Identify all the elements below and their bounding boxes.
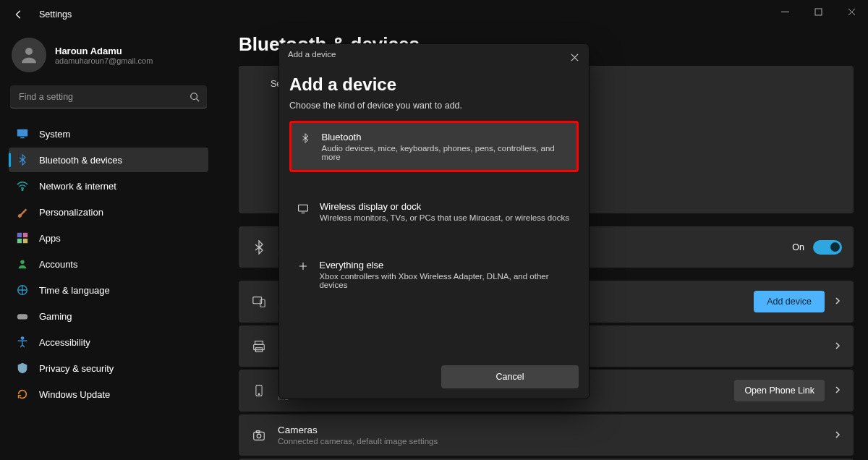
avatar: [12, 38, 46, 72]
option-bluetooth[interactable]: Bluetooth Audio devices, mice, keyboards…: [289, 121, 579, 172]
bluetooth-icon-small: [16, 153, 29, 166]
phone-icon: [250, 382, 268, 399]
add-device-button[interactable]: Add device: [754, 291, 825, 312]
shield-icon: [16, 362, 29, 375]
toggle-label: On: [792, 242, 804, 252]
svg-point-10: [20, 260, 24, 264]
option-wireless-display[interactable]: Wireless display or dock Wireless monito…: [289, 192, 579, 231]
dialog-subtitle: Choose the kind of device you want to ad…: [289, 101, 579, 111]
option-title: Bluetooth: [322, 132, 569, 142]
option-title: Wireless display or dock: [320, 201, 569, 212]
nav-apps[interactable]: Apps: [9, 226, 208, 250]
chevron-right-icon: [833, 429, 842, 442]
brush-icon: [16, 205, 29, 218]
printer-icon: [250, 338, 268, 355]
chevron-right-icon: [833, 340, 842, 353]
add-device-dialog: Add a device Add a device Choose the kin…: [278, 43, 590, 399]
svg-rect-26: [299, 205, 308, 211]
cancel-button[interactable]: Cancel: [441, 365, 579, 388]
svg-rect-8: [17, 239, 22, 243]
svg-rect-21: [254, 432, 265, 440]
nav-label: Accounts: [39, 259, 77, 270]
bluetooth-icon: [250, 239, 268, 256]
nav-accessibility[interactable]: Accessibility: [9, 330, 208, 354]
nav-network[interactable]: Network & internet: [9, 174, 208, 198]
nav-time-language[interactable]: Time & language: [9, 278, 208, 302]
display-icon: [297, 203, 310, 214]
window-controls: [768, 0, 868, 23]
user-icon: [18, 44, 40, 66]
nav-label: Gaming: [39, 311, 72, 322]
camera-icon: [250, 427, 268, 444]
close-icon: [571, 54, 579, 61]
svg-rect-16: [255, 341, 263, 344]
card-title: Cameras: [278, 425, 823, 435]
nav-label: System: [39, 129, 70, 140]
nav-windows-update[interactable]: Windows Update: [9, 382, 208, 406]
option-everything-else[interactable]: Everything else Xbox controllers with Xb…: [289, 251, 579, 298]
option-desc: Wireless monitors, TVs, or PCs that use …: [320, 213, 569, 222]
profile-block[interactable]: Haroun Adamu adamuharoun7@gmail.com: [12, 38, 205, 72]
nav-personalization[interactable]: Personalization: [9, 200, 208, 224]
profile-email: adamuharoun7@gmail.com: [55, 56, 153, 65]
back-arrow-icon: [14, 9, 24, 20]
nav-label: Accessibility: [39, 337, 90, 348]
svg-point-5: [22, 189, 23, 191]
svg-rect-12: [17, 314, 27, 319]
title-bar: Settings: [0, 0, 868, 29]
app-title: Settings: [39, 9, 72, 20]
nav-label: Apps: [39, 233, 61, 244]
nav-gaming[interactable]: Gaming: [9, 304, 208, 328]
user-green-icon: [16, 257, 29, 271]
svg-rect-0: [815, 9, 822, 15]
svg-rect-7: [23, 233, 27, 237]
option-title: Everything else: [319, 260, 571, 271]
svg-point-1: [25, 48, 33, 55]
profile-name: Haroun Adamu: [55, 46, 153, 56]
nav-label: Privacy & security: [39, 363, 114, 374]
sidebar: Haroun Adamu adamuharoun7@gmail.com Syst…: [0, 29, 217, 460]
nav-label: Bluetooth & devices: [39, 155, 122, 166]
chevron-right-icon: [833, 384, 842, 397]
nav-label: Time & language: [39, 285, 110, 296]
bluetooth-toggle[interactable]: [813, 240, 842, 255]
svg-rect-3: [17, 129, 27, 137]
chevron-right-icon: [833, 295, 842, 308]
option-desc: Xbox controllers with Xbox Wireless Adap…: [319, 272, 571, 289]
clock-globe-icon: [16, 284, 29, 297]
nav-system[interactable]: System: [9, 122, 208, 146]
back-button[interactable]: [7, 3, 30, 26]
a11y-icon: [16, 336, 29, 349]
svg-rect-9: [23, 239, 27, 243]
minimize-button[interactable]: [768, 0, 801, 23]
nav-label: Network & internet: [39, 181, 116, 192]
wifi-icon: [16, 179, 29, 192]
svg-point-13: [21, 337, 24, 340]
svg-rect-4: [20, 137, 24, 139]
nav-bluetooth-devices[interactable]: Bluetooth & devices: [9, 148, 208, 172]
open-phone-link-button[interactable]: Open Phone Link: [734, 380, 825, 401]
dialog-small-title: Add a device: [279, 44, 589, 64]
search-box[interactable]: [10, 85, 207, 108]
svg-point-22: [257, 434, 260, 438]
card-subtitle: Connected cameras, default image setting…: [278, 437, 823, 446]
nav-accounts[interactable]: Accounts: [9, 252, 208, 276]
option-desc: Audio devices, mice, keyboards, phones, …: [322, 144, 569, 161]
dialog-heading: Add a device: [289, 74, 579, 95]
maximize-button[interactable]: [801, 0, 835, 23]
bluetooth-icon: [299, 133, 312, 143]
nav-privacy-security[interactable]: Privacy & security: [9, 356, 208, 380]
apps-icon: [16, 231, 29, 244]
update-icon: [16, 388, 29, 401]
dialog-close-button[interactable]: [564, 47, 584, 67]
svg-point-20: [258, 393, 260, 395]
close-button[interactable]: [835, 0, 868, 23]
monitor-icon: [16, 127, 29, 140]
gamepad-icon: [16, 310, 29, 323]
search-input[interactable]: [17, 91, 190, 103]
devices-icon: [250, 293, 268, 310]
nav-label: Windows Update: [39, 389, 110, 400]
search-icon: [190, 92, 200, 102]
card-cameras[interactable]: Cameras Connected cameras, default image…: [239, 414, 854, 456]
svg-point-2: [191, 93, 197, 99]
